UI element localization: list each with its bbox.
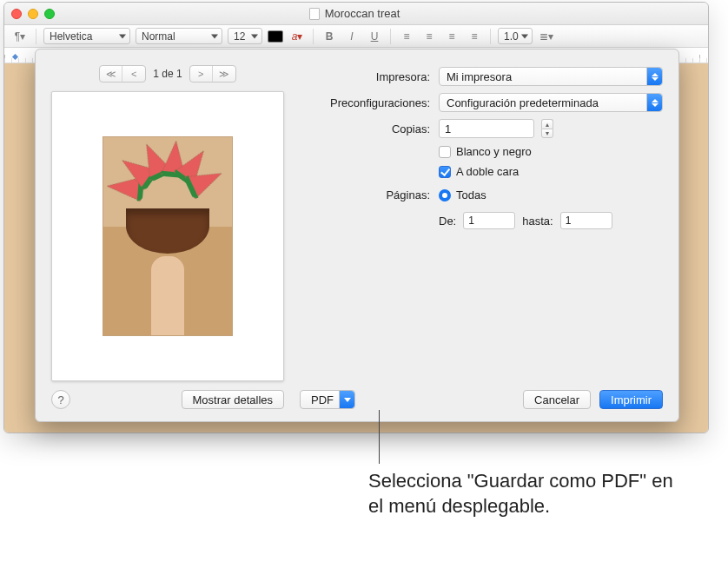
print-dialog: ≪ < 1 de 1 > ≫ <box>35 49 679 422</box>
pages-from-label: De: <box>439 215 456 228</box>
bw-label: Blanco y negro <box>456 145 532 158</box>
align-left-icon[interactable]: ≡ <box>398 30 415 43</box>
print-button[interactable]: Imprimir <box>599 390 663 409</box>
pages-range-row: De: 1 hasta: 1 <box>439 212 663 229</box>
cancel-button[interactable]: Cancelar <box>523 390 591 409</box>
bold-icon[interactable]: B <box>321 30 338 43</box>
callout-text: Selecciona "Guardar como PDF" en el menú… <box>368 469 681 518</box>
duplex-checkbox[interactable] <box>439 166 451 178</box>
text-color-swatch[interactable] <box>268 30 283 43</box>
text-color-icon[interactable]: a▾ <box>288 30 306 43</box>
pages-from-value: 1 <box>468 215 474 227</box>
pages-all-radio[interactable] <box>439 189 451 201</box>
pages-to-field[interactable]: 1 <box>560 212 612 229</box>
titlebar: Moroccan treat <box>4 3 708 25</box>
pager-next-icon[interactable]: > <box>190 66 213 82</box>
font-family-select[interactable]: Helvetica <box>43 28 130 44</box>
zoom-window-icon[interactable] <box>44 9 55 19</box>
document-icon <box>309 8 320 20</box>
window-title: Moroccan treat <box>325 7 400 20</box>
duplex-checkbox-row[interactable]: A doble cara <box>439 165 519 178</box>
stepper-up-icon[interactable]: ▴ <box>541 119 553 129</box>
align-right-icon[interactable]: ≡ <box>443 30 460 43</box>
paragraph-style-icon[interactable]: ¶▾ <box>11 30 29 43</box>
duplex-label: A doble cara <box>456 165 519 178</box>
presets-value: Configuración predeterminada <box>447 96 599 109</box>
copies-field[interactable]: 1 <box>439 119 534 138</box>
pdf-button-label: PDF <box>311 393 334 406</box>
preview-photo <box>103 136 233 336</box>
font-family-value: Helvetica <box>50 30 92 43</box>
line-spacing-value: 1.0 <box>504 30 519 43</box>
printer-label: Impresora: <box>300 70 430 83</box>
bw-checkbox[interactable] <box>439 146 451 158</box>
pager-last-icon[interactable]: ≫ <box>213 66 235 82</box>
font-style-select[interactable]: Normal <box>136 28 222 44</box>
copies-value: 1 <box>445 122 451 135</box>
pages-all-label: Todas <box>456 188 486 201</box>
callout-line <box>379 410 380 464</box>
window-controls <box>11 9 55 19</box>
line-spacing-select[interactable]: 1.0 <box>498 28 533 44</box>
format-toolbar: ¶▾ Helvetica Normal 12 a▾ B I U ≡ ≡ ≡ ≡ … <box>4 25 708 48</box>
preview-pager: ≪ < 1 de 1 > ≫ <box>51 65 284 83</box>
preview-column: ≪ < 1 de 1 > ≫ <box>36 50 296 421</box>
pages-label: Páginas: <box>300 188 430 201</box>
stepper-down-icon[interactable]: ▾ <box>541 129 553 138</box>
preview-page <box>51 91 284 381</box>
presets-select[interactable]: Configuración predeterminada <box>439 93 663 112</box>
copies-stepper[interactable]: ▴ ▾ <box>541 119 553 138</box>
pages-to-label: hasta: <box>522 215 553 228</box>
pager-prev-icon[interactable]: < <box>122 66 145 82</box>
bw-checkbox-row[interactable]: Blanco y negro <box>439 145 532 158</box>
font-size-select[interactable]: 12 <box>228 28 262 44</box>
print-options: Impresora: Mi impresora Preconfiguracion… <box>296 50 678 421</box>
font-style-value: Normal <box>142 30 175 43</box>
minimize-window-icon[interactable] <box>28 9 38 19</box>
show-details-button[interactable]: Mostrar detalles <box>182 390 284 409</box>
presets-label: Preconfiguraciones: <box>300 96 430 109</box>
printer-select[interactable]: Mi impresora <box>439 67 663 86</box>
pages-from-field[interactable]: 1 <box>463 212 515 229</box>
pager-back-group[interactable]: ≪ < <box>99 65 146 83</box>
font-size-value: 12 <box>234 30 245 43</box>
close-window-icon[interactable] <box>11 9 22 19</box>
align-justify-icon[interactable]: ≡ <box>466 30 483 43</box>
help-button[interactable]: ? <box>51 390 70 409</box>
list-style-icon[interactable]: ≣▾ <box>538 30 555 43</box>
pdf-menu-button[interactable]: PDF <box>300 390 355 409</box>
pages-all-row[interactable]: Todas <box>439 188 486 201</box>
pager-first-icon[interactable]: ≪ <box>100 66 122 82</box>
page-count: 1 de 1 <box>153 68 182 80</box>
copies-label: Copias: <box>300 122 430 135</box>
pager-forward-group[interactable]: > ≫ <box>189 65 236 83</box>
pages-to-value: 1 <box>566 215 572 227</box>
underline-icon[interactable]: U <box>366 30 383 43</box>
chevron-down-icon <box>339 391 354 408</box>
align-center-icon[interactable]: ≡ <box>420 30 438 43</box>
printer-value: Mi impresora <box>447 70 512 83</box>
italic-icon[interactable]: I <box>343 30 361 43</box>
